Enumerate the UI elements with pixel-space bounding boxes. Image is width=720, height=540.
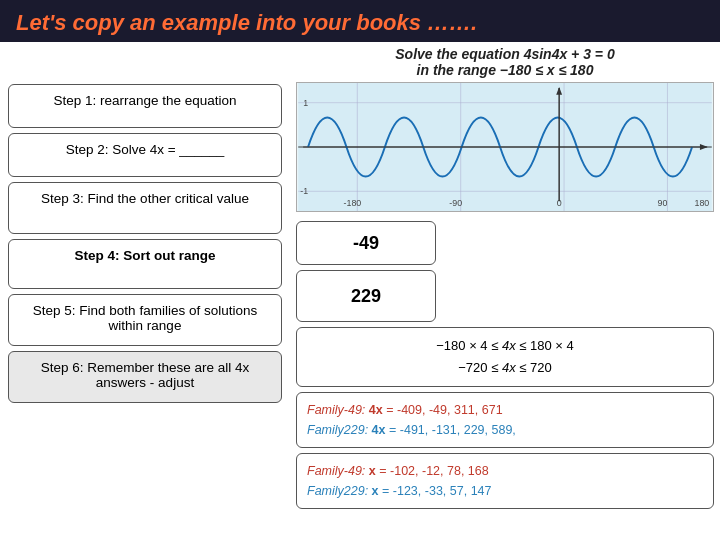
- step-4-box: Step 4: Sort out range: [8, 239, 282, 289]
- step-2-box: Step 2: Solve 4x = ______: [8, 133, 282, 177]
- step-6-label: Step 6: Remember these are all 4x answer…: [41, 360, 250, 390]
- svg-text:-180: -180: [344, 198, 362, 208]
- range-box: −180 × 4 ≤ 4x ≤ 180 × 4 −720 ≤ 4x ≤ 720: [296, 327, 714, 387]
- range-line1: −180 × 4 ≤ 4x ≤ 180 × 4: [307, 335, 703, 357]
- subtitle: Solve the equation 4sin4x + 3 = 0 in the…: [290, 42, 720, 78]
- svg-text:-1: -1: [300, 186, 308, 196]
- left-column: Step 1: rearrange the equation Step 2: S…: [0, 78, 290, 540]
- step-5-label: Step 5: Find both families of solutions …: [33, 303, 257, 333]
- family-49-step6: Family-49: x = -102, -12, 78, 168: [307, 461, 703, 481]
- range-line2: −720 ≤ 4x ≤ 720: [307, 357, 703, 379]
- step-1-box: Step 1: rearrange the equation: [8, 84, 282, 128]
- step-4-label: Step 4: Sort out range: [74, 248, 215, 263]
- svg-text:90: 90: [658, 198, 668, 208]
- subtitle-line2: in the range −180 ≤ x ≤ 180: [296, 62, 714, 78]
- graph-area: -180 -90 0 90 180 1 -1: [296, 82, 714, 212]
- step-5-box: Step 5: Find both families of solutions …: [8, 294, 282, 346]
- step-6-family-box: Family-49: x = -102, -12, 78, 168 Family…: [296, 453, 714, 509]
- step-3-label: Step 3: Find the other critical value: [41, 191, 249, 206]
- step-6-box: Step 6: Remember these are all 4x answer…: [8, 351, 282, 403]
- step-2-answer: -49: [353, 233, 379, 254]
- step-2-label: Step 2: Solve 4x = ______: [66, 142, 225, 157]
- family-49-step5: Family-49: 4x = -409, -49, 311, 671: [307, 400, 703, 420]
- step-1-label: Step 1: rearrange the equation: [53, 93, 236, 108]
- step-3-box: Step 3: Find the other critical value: [8, 182, 282, 234]
- family-229-step5: Family229: 4x = -491, -131, 229, 589,: [307, 420, 703, 440]
- step-3-answer-box: 229: [296, 270, 436, 322]
- step-2-answer-box: -49: [296, 221, 436, 265]
- right-column: -180 -90 0 90 180 1 -1 -49: [290, 78, 720, 540]
- step-3-answer: 229: [351, 286, 381, 307]
- page-header: Let's copy an example into your books ………: [0, 0, 720, 42]
- svg-text:180: 180: [695, 198, 710, 208]
- header-title: Let's copy an example into your books ………: [16, 10, 477, 35]
- subtitle-line1: Solve the equation 4sin4x + 3 = 0: [296, 46, 714, 62]
- svg-text:-90: -90: [449, 198, 462, 208]
- svg-text:1: 1: [303, 98, 308, 108]
- family-229-step6: Family229: x = -123, -33, 57, 147: [307, 481, 703, 501]
- step-5-family-box: Family-49: 4x = -409, -49, 311, 671 Fami…: [296, 392, 714, 448]
